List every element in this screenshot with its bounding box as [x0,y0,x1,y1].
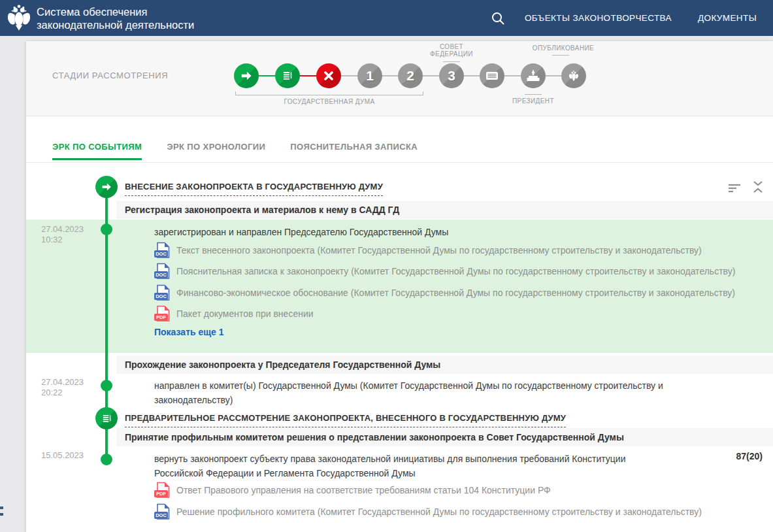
document-link[interactable]: DOC Текст внесенного законопроекта (Коми… [154,242,702,259]
entry-action-text: направлен в комитет(ы) Государственной Д… [154,378,667,407]
event-title[interactable]: ВНЕСЕНИЕ ЗАКОНОПРОЕКТА В ГОСУДАРСТВЕННУЮ… [125,182,383,196]
coat-of-arms-logo [5,3,33,33]
list-icon [282,71,293,81]
event-stage-icon [95,176,118,198]
nav-documents-link[interactable]: ДОКУМЕНТЫ [698,13,757,23]
svg-text:DOC: DOC [156,293,167,299]
tab-explanatory-note[interactable]: ПОЯСНИТЕЛЬНАЯ ЗАПИСКА [290,142,418,162]
event-subsection: Принятие профильным комитетом решения о … [116,428,773,446]
duma-bracket [235,95,423,95]
stage-submission[interactable] [234,63,259,88]
document-label: Финансово-экономическое обоснование (Ком… [176,288,735,298]
entry-date: 15.05.2023 [41,450,107,461]
document-link[interactable]: DOC Решение профильного комитета (Комите… [154,503,702,520]
event-subsection-title: Принятие профильным комитетом решения о … [125,432,624,442]
group-label-duma: ГОСУДАРСТВЕННАЯ ДУМА [251,98,408,105]
timeline-dot [101,380,112,391]
coat-of-arms-icon [568,70,580,82]
document-label: Ответ Правового управления на соответств… [176,485,551,495]
pdf-file-icon: PDF [154,305,171,322]
cross-icon [323,71,334,81]
stage-publication[interactable] [561,63,586,88]
svg-text:DOC: DOC [156,512,167,518]
stage-number: 3 [448,68,455,84]
entry-date-value: 15.05.2023 [41,450,107,461]
document-label: Пакет документов при внесении [176,308,314,319]
entry-date-value: 27.04.2023 [41,377,107,388]
law-plaque-icon [485,71,499,80]
sovfed-tick [443,61,460,62]
svg-text:DOC: DOC [156,272,167,278]
stage-second-reading[interactable]: 2 [398,63,423,88]
vote-count-badge: 87(20) [736,451,763,461]
stages-panel: СТАДИИ РАССМОТРЕНИЯ 1 2 3 [26,41,773,116]
doc-file-icon: DOC [154,284,171,301]
svg-text:PDF: PDF [156,314,166,320]
sort-icon[interactable] [727,176,742,196]
doc-file-icon: DOC [154,263,171,280]
stage-preliminary[interactable] [275,63,300,88]
group-label-sovfed-line1: СОВЕТ [412,43,491,50]
doc-file-icon: DOC [154,503,171,520]
tab-erk-events[interactable]: ЭРК ПО СОБЫТИЯМ [52,142,142,162]
app-title[interactable]: Система обеспечения законодательной деят… [37,5,194,31]
arrow-right-icon [101,182,112,192]
document-link[interactable]: PDF Ответ Правового управления на соотве… [154,482,551,499]
arrow-right-icon [240,70,252,82]
group-label-president: ПРЕЗИДЕНТ [494,97,572,105]
show-more-link[interactable]: Показать еще 1 [154,327,224,337]
stage-returned[interactable] [316,63,341,88]
entry-date: 27.04.2023 20:22 [41,377,107,398]
publication-tick [552,55,569,56]
kremlin-icon [527,70,540,82]
group-label-publication: ОПУБЛИКОВАНИЕ [524,44,602,52]
list-icon [102,414,112,424]
event-subsection-title: Регистрация законопроекта и материалов к… [125,205,399,215]
event-subsection-title: Прохождение законопроекта у Председателя… [125,359,440,370]
stage-number: 1 [366,68,374,84]
document-link[interactable]: DOC Финансово-экономическое обоснование … [154,284,735,301]
stage-president[interactable] [521,63,546,88]
search-icon[interactable] [491,11,505,25]
app-title-line1: Система обеспечения [37,5,194,18]
document-label: Пояснительная записка к законопроекту (К… [176,266,735,276]
tab-erk-chronology[interactable]: ЭРК ПО ХРОНОЛОГИИ [167,142,265,162]
nav-objects-link[interactable]: ОБЪЕКТЫ ЗАКОНОТВОРЧЕСТВА [525,13,672,23]
svg-text:DOC: DOC [156,251,167,257]
doc-file-icon: DOC [154,242,171,259]
timeline-dot [101,454,112,465]
group-label-sovfed-line2: ФЕДЕРАЦИИ [412,50,491,58]
entry-action-text: зарегистрирован и направлен Председателю… [154,225,448,239]
entry-date-value: 27.04.2023 [41,224,107,235]
timeline-dot [101,224,112,235]
stage-first-reading[interactable]: 1 [357,63,382,88]
entry-time-value: 10:32 [41,235,107,245]
entry-date: 27.04.2023 10:32 [41,224,107,245]
event-subsection: Регистрация законопроекта и материалов к… [116,201,773,219]
app-title-line2: законодательной деятельности [37,18,194,31]
document-link[interactable]: DOC Пояснительная записка к законопроект… [154,263,735,280]
document-link[interactable]: PDF Пакет документов при внесении [154,305,314,322]
entry-time-value: 20:22 [41,388,107,398]
president-tick [525,94,542,95]
stages-label: СТАДИИ РАССМОТРЕНИЯ [52,71,168,80]
left-edge-widget-icon [0,507,4,518]
collapse-all-icon[interactable] [751,176,765,196]
entry-action-text: вернуть законопроект субъекту права зако… [154,452,667,480]
svg-text:PDF: PDF [156,491,166,497]
tab-bar: ЭРК ПО СОБЫТИЯМ ЭРК ПО ХРОНОЛОГИИ ПОЯСНИ… [26,116,773,163]
content-card: СТАДИИ РАССМОТРЕНИЯ 1 2 3 [26,41,773,532]
stage-third-reading[interactable]: 3 [439,63,464,88]
group-label-sovfed: СОВЕТ ФЕДЕРАЦИИ [412,43,491,58]
event-stage-icon [95,407,118,429]
event-subsection: Прохождение законопроекта у Председателя… [116,356,773,374]
stage-law[interactable] [480,63,504,88]
app-header: Система обеспечения законодательной деят… [0,0,773,36]
event-title[interactable]: ПРЕДВАРИТЕЛЬНОЕ РАССМОТРЕНИЕ ЗАКОНОПРОЕК… [125,413,566,427]
document-label: Решение профильного комитета (Комитет Го… [176,507,702,517]
stage-number: 2 [406,68,414,84]
document-label: Текст внесенного законопроекта (Комитет … [176,245,702,256]
pdf-file-icon: PDF [154,482,171,499]
